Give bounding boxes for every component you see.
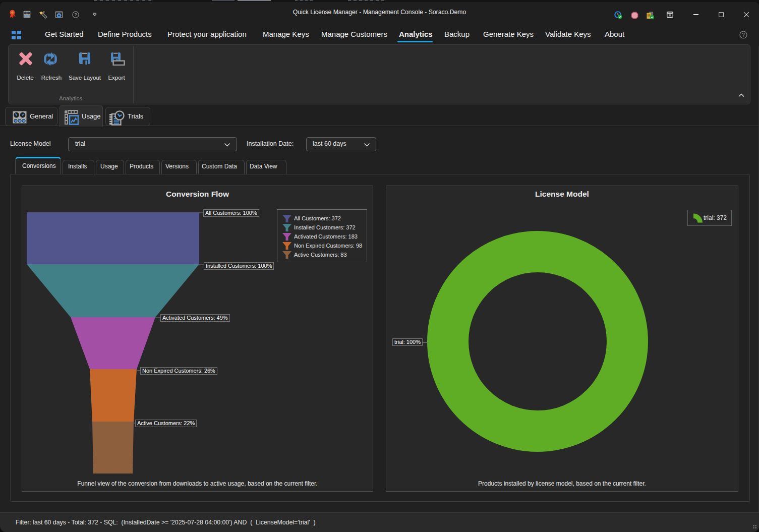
svg-text:?: ?: [74, 12, 77, 17]
svg-text:?: ?: [742, 32, 745, 38]
